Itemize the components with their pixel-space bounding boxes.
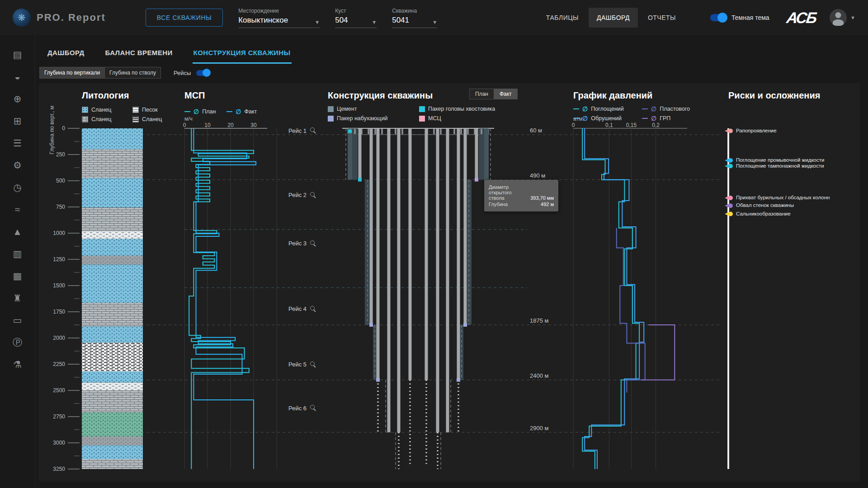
series-dash <box>642 108 648 109</box>
table-icon[interactable]: ▦ <box>0 265 35 287</box>
legend-item: Пакер набухающий <box>328 115 407 122</box>
risk-label: Рапопроявление <box>736 128 777 133</box>
wellbore-icon[interactable]: ⊕ <box>0 88 35 110</box>
params-icon[interactable]: ☰ <box>0 132 35 154</box>
trips-toggle[interactable] <box>196 70 210 76</box>
construction-title: Конструкция скважины <box>328 90 433 101</box>
settings-icon[interactable]: ⚙ <box>0 154 35 176</box>
trip-label-text: Рейс 4 <box>288 305 307 312</box>
risks-title: Риски и осложнения <box>728 90 820 101</box>
zoom-icon[interactable] <box>310 361 316 368</box>
tabs-bar: ДАШБОРД БАЛАНС ВРЕМЕНИ КОНСТРУКЦИЯ СКВАЖ… <box>47 43 292 64</box>
trip-label-text: Рейс 1 <box>288 127 307 134</box>
layers-icon[interactable]: ▥ <box>0 243 35 265</box>
nav-tables[interactable]: ТАБЛИЦЫ <box>538 8 587 28</box>
visibility-eye-icon[interactable]: ∅ <box>582 106 588 112</box>
cluster-select[interactable]: Куст 504▼ <box>335 8 377 28</box>
legend-item: Сланец <box>82 116 121 122</box>
legend-item[interactable]: ∅Факт <box>226 108 257 115</box>
nav-reports[interactable]: ОТЧЕТЫ <box>640 8 684 28</box>
trip-label-text: Рейс 6 <box>288 405 307 412</box>
tower-icon[interactable]: ♜ <box>0 287 35 309</box>
trip-label[interactable]: Рейс 6 <box>278 405 316 412</box>
zoom-icon[interactable] <box>310 240 316 247</box>
chevron-down-icon: ▼ <box>315 19 320 25</box>
trends-icon[interactable]: ≈ <box>0 198 35 221</box>
color-swatch <box>328 106 334 112</box>
tooltip-value: 492 м <box>541 202 554 207</box>
chevron-down-icon: ▼ <box>372 19 377 25</box>
legend-item[interactable]: ∅Пластового <box>642 106 690 112</box>
zoom-icon[interactable] <box>310 127 316 134</box>
legend-item[interactable]: ∅План <box>184 108 216 115</box>
series-dash <box>184 111 190 112</box>
visibility-eye-icon[interactable]: ∅ <box>651 115 656 122</box>
depth-along-bore-button[interactable]: Глубина по стволу <box>105 67 161 79</box>
rig-icon[interactable]: ▲ <box>0 221 35 243</box>
cluster-select-value: 504 <box>335 16 348 25</box>
pressure-title: График давлений <box>573 90 652 101</box>
app-name: PRO. Report <box>37 12 106 23</box>
zoom-icon[interactable] <box>310 192 316 198</box>
all-wells-button[interactable]: ВСЕ СКВАЖИНЫ <box>146 9 223 27</box>
risk-label: Поглощение промывочной жидкости <box>736 157 824 163</box>
sidebar: ▤◒⊕⊞☰⚙◷≈▲▥▦♜▭Ⓟ⚗ <box>0 35 35 488</box>
shoe-depth-label: 1875 м <box>530 317 548 324</box>
app-logo-icon: ❋ <box>13 9 31 27</box>
risk-label: Сальникообразование <box>736 211 791 216</box>
tab-time-balance[interactable]: БАЛАНС ВРЕМЕНИ <box>104 43 174 64</box>
visibility-eye-icon[interactable]: ∅ <box>651 106 656 112</box>
field-select[interactable]: Месторождение Ковыктинское▼ <box>238 8 320 28</box>
zoom-icon[interactable] <box>310 306 316 312</box>
visibility-eye-icon[interactable]: ∅ <box>236 108 241 115</box>
zoom-icon[interactable] <box>310 405 316 411</box>
tooltip-value: 393,70 мм <box>530 195 554 201</box>
tooltip-row: Диаметр открытого ствола 393,70 мм <box>489 184 554 201</box>
lithology-title: Литология <box>82 90 129 101</box>
legend-item[interactable]: ∅ГРП <box>642 115 690 122</box>
fluids-icon[interactable]: ◒ <box>0 66 35 88</box>
legend-item: Песок <box>132 107 162 113</box>
user-menu[interactable]: ▼ <box>830 9 855 26</box>
legend-label: МСЦ <box>428 115 441 122</box>
notes-icon[interactable]: ▭ <box>0 309 35 331</box>
legend-item[interactable]: ∅Обрушений <box>573 115 630 122</box>
tab-well-construction[interactable]: КОНСТРУКЦИЯ СКВАЖИНЫ <box>193 43 292 64</box>
time-icon[interactable]: ◷ <box>0 176 35 198</box>
construction-fact-button[interactable]: Факт <box>494 89 518 99</box>
legend-item[interactable]: ∅Поглощений <box>573 106 630 112</box>
brick-swatch <box>82 116 88 122</box>
depth-vertical-button[interactable]: Глубина по вертикали <box>39 67 105 79</box>
risk-label: Поглощение тампонажной жидкости <box>736 163 824 169</box>
trip-label-text: Рейс 3 <box>288 240 307 247</box>
trip-label[interactable]: Рейс 3 <box>278 240 316 247</box>
trip-label[interactable]: Рейс 2 <box>278 192 316 198</box>
msp-legend: ∅План∅Факт <box>184 108 257 115</box>
trip-label[interactable]: Рейс 5 <box>278 361 316 368</box>
nav-dashboard[interactable]: ДАШБОРД <box>589 8 638 28</box>
parking-icon[interactable]: Ⓟ <box>0 331 35 353</box>
tab-dashboard[interactable]: ДАШБОРД <box>47 43 85 64</box>
bha-icon[interactable]: ⊞ <box>0 110 35 132</box>
shoe-depth-label: 60 м <box>530 127 542 134</box>
theme-toggle[interactable] <box>710 14 726 21</box>
legend-label: Пакер набухающий <box>337 115 388 122</box>
lab-icon[interactable]: ⚗ <box>0 353 35 375</box>
color-swatch <box>419 106 425 112</box>
depth-tick-label: 1000 <box>42 230 65 236</box>
visibility-eye-icon[interactable]: ∅ <box>193 108 199 115</box>
legend-label: Сланец <box>142 116 162 122</box>
trip-label-text: Рейс 5 <box>288 361 307 368</box>
legend-label: План <box>202 108 216 115</box>
well-select[interactable]: Скважина 5041▼ <box>392 8 437 28</box>
construction-plan-button[interactable]: План <box>469 89 494 99</box>
visibility-eye-icon[interactable]: ∅ <box>582 115 588 122</box>
trip-label[interactable]: Рейс 4 <box>278 305 316 312</box>
trip-label[interactable]: Рейс 1 <box>278 127 316 134</box>
depth-tick-label: 2750 <box>42 413 65 420</box>
brand-logo: АСБ <box>785 9 817 27</box>
report-icon[interactable]: ▤ <box>0 43 35 66</box>
legend-label: Сланец <box>91 116 111 122</box>
trips-toggle-label: Рейсы <box>174 70 191 76</box>
pressure-tick-label: 0,15 <box>626 122 637 128</box>
